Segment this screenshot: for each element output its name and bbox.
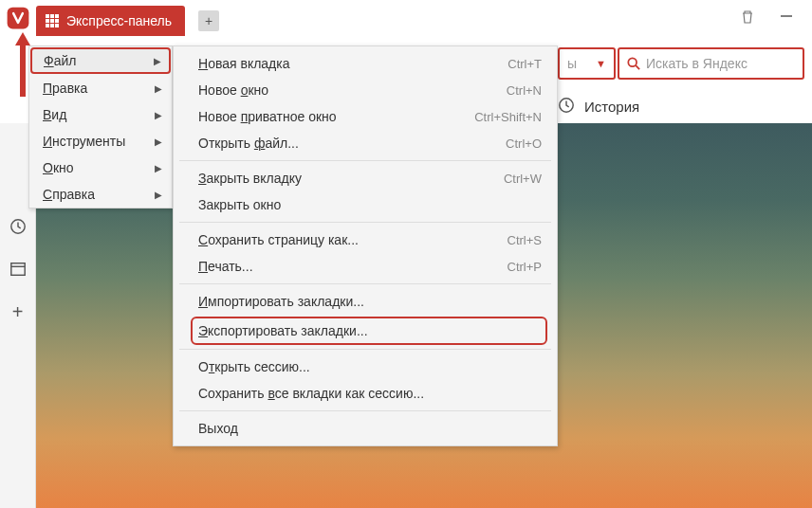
submenu-item-label: Открыть сессию... [198, 359, 310, 374]
search-input[interactable]: Искать в Яндекс [618, 47, 804, 80]
select-value: ы [567, 56, 577, 71]
submenu-shortcut: Ctrl+N [507, 83, 542, 98]
submenu-item-label: Сохранить страницу как... [198, 232, 359, 247]
submenu-item[interactable]: Печать...Ctrl+P [174, 253, 557, 280]
submenu-item[interactable]: Сохранить страницу как...Ctrl+S [174, 227, 557, 253]
window-icon[interactable] [9, 261, 27, 281]
submenu-shortcut: Ctrl+Shift+N [474, 110, 542, 124]
title-bar: Экспресс-панель + [0, 0, 812, 36]
svg-point-11 [628, 58, 637, 66]
main-menu: Файл ▶ Правка ▶ Вид ▶ Инструменты ▶ Окно… [28, 45, 173, 209]
svg-rect-1 [46, 14, 49, 18]
submenu-item[interactable]: Экспортировать закладки... [191, 317, 547, 345]
submenu-item[interactable]: Закрыть вкладкуCtrl+W [174, 165, 557, 191]
chevron-right-icon: ▶ [155, 136, 162, 147]
search-placeholder: Искать в Яндекс [646, 56, 747, 71]
chevron-right-icon: ▶ [155, 83, 162, 94]
chevron-right-icon: ▶ [155, 110, 162, 120]
submenu-shortcut: Ctrl+S [508, 233, 542, 247]
submenu-item[interactable]: Открыть файл...Ctrl+O [174, 130, 557, 156]
submenu-item[interactable]: Открыть сессию... [174, 354, 557, 380]
svg-rect-0 [8, 8, 29, 29]
menu-file[interactable]: Файл ▶ [30, 47, 171, 74]
submenu-shortcut: Ctrl+O [506, 136, 542, 151]
submenu-separator [179, 160, 551, 161]
submenu-item-label: Закрыть вкладку [198, 171, 302, 186]
submenu-item-label: Сохранить все вкладки как сессию... [198, 386, 424, 401]
chevron-right-icon: ▶ [155, 163, 162, 173]
svg-rect-7 [46, 24, 49, 27]
menu-edit[interactable]: Правка ▶ [29, 75, 172, 101]
svg-line-12 [636, 65, 639, 69]
arrow-annotation-icon [14, 32, 31, 102]
menu-help[interactable]: Справка ▶ [29, 181, 172, 208]
svg-rect-3 [55, 14, 59, 18]
search-icon [627, 57, 640, 70]
submenu-item[interactable]: Импортировать закладки... [174, 288, 557, 315]
menu-tools[interactable]: Инструменты ▶ [29, 128, 172, 154]
submenu-item[interactable]: Новая вкладкаCtrl+T [174, 50, 557, 77]
chevron-right-icon: ▶ [155, 190, 162, 200]
svg-rect-8 [50, 24, 54, 27]
submenu-item-label: Печать... [198, 259, 253, 274]
svg-rect-4 [46, 19, 49, 23]
svg-rect-15 [10, 263, 24, 276]
submenu-item[interactable]: Новое приватное окноCtrl+Shift+N [174, 103, 557, 130]
trash-icon[interactable] [740, 9, 755, 25]
submenu-item-label: Выход [198, 421, 238, 436]
speed-dial-icon [46, 14, 59, 27]
submenu-item[interactable]: Новое окноCtrl+N [174, 77, 557, 103]
speed-dial-toolbar: История [558, 97, 639, 117]
history-label[interactable]: История [584, 99, 639, 115]
submenu-item-label: Новая вкладка [198, 56, 290, 71]
chevron-right-icon: ▶ [154, 56, 161, 66]
submenu-separator [179, 283, 551, 284]
active-tab[interactable]: Экспресс-панель [36, 6, 185, 36]
submenu-item[interactable]: Сохранить все вкладки как сессию... [174, 380, 557, 407]
menu-view[interactable]: Вид ▶ [29, 101, 172, 128]
minimize-button[interactable] [780, 9, 793, 25]
address-toolbar: ы ▼ Искать в Яндекс [558, 47, 804, 80]
clock-icon[interactable] [9, 218, 27, 239]
submenu-separator [179, 410, 551, 411]
svg-rect-5 [50, 19, 54, 23]
submenu-separator [179, 222, 551, 223]
vivaldi-logo-icon[interactable] [0, 0, 36, 36]
submenu-item-label: Импортировать закладки... [198, 294, 364, 309]
add-panel-button[interactable]: + [12, 301, 24, 323]
svg-rect-9 [55, 24, 59, 27]
submenu-item-label: Закрыть окно [198, 197, 281, 212]
chevron-down-icon: ▼ [596, 58, 606, 69]
submenu-item-label: Открыть файл... [198, 136, 299, 151]
new-tab-button[interactable]: + [198, 10, 219, 31]
submenu-shortcut: Ctrl+P [508, 260, 542, 274]
menu-window[interactable]: Окно ▶ [29, 154, 172, 181]
submenu-item[interactable]: Выход [174, 415, 557, 442]
submenu-item-label: Новое окно [198, 82, 268, 98]
svg-rect-6 [55, 19, 59, 23]
file-submenu: Новая вкладкаCtrl+TНовое окноCtrl+NНовое… [173, 45, 558, 446]
submenu-shortcut: Ctrl+T [508, 57, 542, 71]
tab-title: Экспресс-панель [66, 13, 172, 28]
submenu-shortcut: Ctrl+W [504, 172, 542, 186]
submenu-item-label: Новое приватное окно [198, 109, 337, 124]
submenu-item[interactable]: Закрыть окно [174, 191, 557, 218]
submenu-separator [179, 349, 551, 350]
svg-rect-2 [50, 14, 54, 18]
window-controls [740, 0, 812, 25]
search-engine-select[interactable]: ы ▼ [558, 47, 616, 80]
history-icon[interactable] [558, 97, 575, 117]
submenu-item-label: Экспортировать закладки... [198, 323, 368, 338]
